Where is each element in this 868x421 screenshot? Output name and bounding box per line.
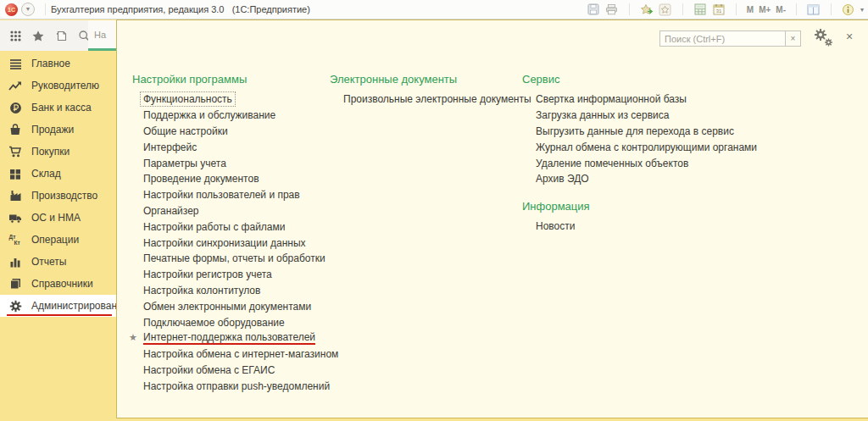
favorites-panel-icon[interactable]	[31, 28, 46, 43]
panel-link-label: Печатные формы, отчеты и обработки	[143, 252, 326, 264]
sidebar-item-label: Операции	[31, 234, 79, 246]
more-actions-chevron-icon[interactable]: ▾	[860, 6, 864, 14]
close-panel-button[interactable]: ×	[843, 30, 856, 43]
panel-link[interactable]: Настройка обмена с интернет-магазином	[143, 346, 338, 363]
panel-link[interactable]: Выгрузить данные для перехода в сервис	[536, 124, 757, 140]
calendar-icon[interactable]: 31	[712, 3, 726, 16]
panel-link[interactable]: Новости	[536, 219, 575, 235]
panel-link[interactable]: Настройки регистров учета	[143, 267, 338, 283]
1c-logo-icon: 1С	[5, 3, 18, 16]
titlebar-toolbar: 31 M M+ M- ▾	[587, 3, 868, 16]
program-settings-list: ФункциональностьПоддержка и обслуживание…	[143, 91, 338, 394]
truck-icon	[8, 211, 22, 224]
sidebar-item-glavnoe[interactable]: Главное	[0, 53, 116, 75]
panel-link[interactable]: Интерфейс	[143, 139, 338, 155]
panel-link[interactable]: ★Интернет-поддержка пользователей	[143, 330, 338, 346]
add-to-favorites-icon[interactable]	[640, 3, 654, 16]
split-window-icon[interactable]	[807, 3, 821, 16]
panel-link-label: Интерфейс	[143, 141, 197, 153]
panel-link[interactable]: Настройки обмена с ЕГАИС	[143, 363, 338, 379]
info-icon[interactable]	[842, 3, 855, 16]
panel-link-label: Общие настройки	[143, 125, 228, 137]
separator	[45, 3, 46, 15]
sidebar-item-label: ОС и НМА	[31, 212, 81, 224]
sidebar-item-label: Администрирование	[31, 300, 128, 312]
panel-link[interactable]: Удаление помеченных объектов	[536, 155, 757, 171]
section-header-information: Информация	[522, 200, 590, 213]
panel-link[interactable]: Подключаемое оборудование	[143, 314, 338, 330]
memory-recall-button[interactable]: M	[747, 5, 754, 14]
panel-link[interactable]: Произвольные электронные документы	[343, 91, 531, 108]
panel-link[interactable]: Настройка колонтитулов	[143, 283, 338, 299]
boxes-icon	[8, 167, 22, 180]
history-icon[interactable]	[53, 28, 69, 43]
sidebar-item-os-i-nma[interactable]: ОС и НМА	[0, 207, 116, 229]
separator	[831, 3, 832, 15]
electronic-documents-list: Произвольные электронные документы	[343, 91, 531, 108]
debit-credit-icon: ДтКт	[8, 233, 22, 247]
sidebar-item-operatsii[interactable]: ДтКт Операции	[0, 229, 116, 251]
panel-link-label: Журнал обмена с контролирующими органами	[536, 141, 757, 153]
sidebar-item-rukovoditelyu[interactable]: Руководителю	[0, 75, 116, 97]
memory-plus-button[interactable]: M+	[759, 5, 771, 14]
panel-link[interactable]: Поддержка и обслуживание	[143, 108, 338, 124]
search-input[interactable]	[659, 30, 785, 47]
panel-link[interactable]: Настройки синхронизации данных	[143, 235, 338, 251]
panel-link[interactable]: Параметры учета	[143, 155, 338, 171]
gear-icon	[8, 299, 22, 313]
favorites-icon[interactable]	[659, 3, 672, 16]
settings-gears-icon[interactable]	[814, 28, 834, 47]
sidebar-item-label: Производство	[31, 190, 97, 202]
panel-link[interactable]: Настройки пользователей и прав	[143, 187, 338, 203]
panel-link[interactable]: Настройки работы с файлами	[143, 219, 338, 235]
star-icon: ★	[129, 332, 137, 343]
sidebar-item-bank-i-kassa[interactable]: Банк и касса	[0, 97, 116, 119]
search-clear-button[interactable]: ×	[785, 30, 801, 47]
separator	[629, 3, 630, 15]
cart-icon	[8, 145, 22, 158]
books-icon	[8, 277, 22, 291]
all-functions-menu-icon[interactable]	[8, 28, 23, 43]
sidebar-item-otchety[interactable]: Отчеты	[0, 251, 116, 273]
app-title: Бухгалтерия предприятия, редакция 3.0 (1…	[51, 4, 310, 14]
save-icon[interactable]	[587, 3, 600, 16]
panel-link-label: Настройка обмена с интернет-магазином	[143, 348, 338, 360]
panel-link-label: Свертка информационной базы	[536, 93, 687, 105]
tab-start-page-label: На	[94, 30, 106, 40]
panel-link[interactable]: Функциональность	[143, 91, 338, 108]
calculator-icon[interactable]	[693, 3, 707, 16]
panel-link[interactable]: Органайзер	[143, 203, 338, 219]
panel-link-label: Настройки регистров учета	[143, 269, 272, 280]
service-list: Свертка информационной базыЗагрузка данн…	[536, 91, 757, 187]
sections-panel: Главное Руководителю Банк и касса Продаж…	[0, 51, 116, 421]
panel-link-label: Проведение документов	[143, 173, 259, 185]
sidebar-item-prodazhi[interactable]: Продажи	[0, 119, 116, 141]
separator	[736, 3, 737, 15]
title-bar: 1С ▼ Бухгалтерия предприятия, редакция 3…	[0, 0, 868, 19]
sidebar-item-pokupki[interactable]: Покупки	[0, 141, 116, 163]
panel-link-label: Загрузка данных из сервиса	[536, 109, 669, 121]
panel-link[interactable]: Загрузка данных из сервиса	[536, 108, 757, 124]
panel-link[interactable]: Обмен электронными документами	[143, 298, 338, 314]
sidebar-item-proizvodstvo[interactable]: Производство	[0, 185, 116, 207]
sidebar-item-label: Склад	[31, 168, 61, 180]
sidebar-item-administrirovanie[interactable]: Администрирование	[0, 295, 116, 317]
print-icon[interactable]	[605, 3, 619, 16]
panel-link[interactable]: Свертка информационной базы	[536, 91, 757, 108]
panel-link-label: Поддержка и обслуживание	[143, 109, 275, 121]
panel-link[interactable]: Общие настройки	[143, 124, 338, 140]
sidebar-item-label: Руководителю	[31, 80, 99, 91]
panel-link-label: Настройки синхронизации данных	[143, 237, 306, 249]
panel-link[interactable]: Проведение документов	[143, 171, 338, 187]
panel-link[interactable]: Настройка отправки push-уведомлений	[143, 378, 338, 394]
menu-lines-icon	[8, 57, 22, 70]
tab-start-page[interactable]: На	[88, 20, 116, 51]
sidebar-item-sklad[interactable]: Склад	[0, 163, 116, 185]
panel-link[interactable]: Архив ЭДО	[536, 171, 757, 187]
sidebar-item-spravochniki[interactable]: Справочники	[0, 273, 116, 295]
panel-link[interactable]: Журнал обмена с контролирующими органами	[536, 139, 757, 155]
svg-text:Кт: Кт	[14, 240, 20, 246]
panel-link[interactable]: Печатные формы, отчеты и обработки	[143, 251, 338, 267]
memory-minus-button[interactable]: M-	[776, 5, 786, 14]
main-menu-dropdown-button[interactable]: ▼	[21, 3, 35, 16]
